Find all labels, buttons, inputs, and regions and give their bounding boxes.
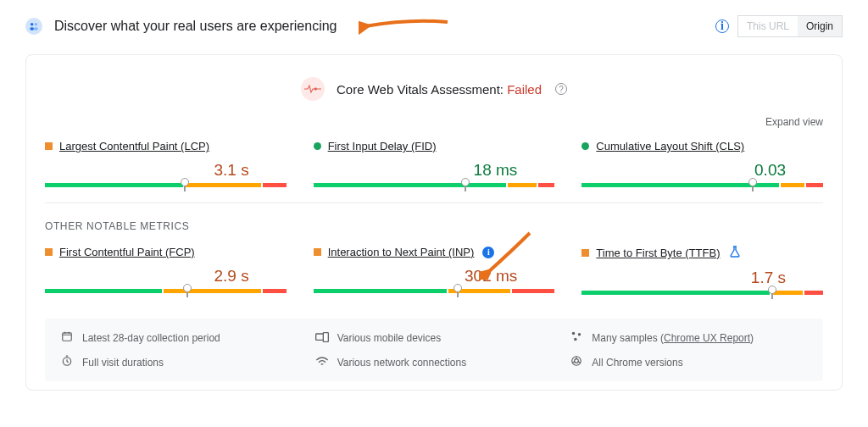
- info-badge-icon[interactable]: i: [482, 247, 494, 258]
- bar-segment-needs-improvement: [164, 289, 261, 293]
- metric-title-row: Interaction to Next Paint (INP)i: [314, 246, 555, 258]
- metric-label[interactable]: Time to First Byte (TTFB): [596, 247, 720, 259]
- network-icon: [315, 356, 329, 369]
- svg-point-0: [31, 23, 34, 26]
- metric-value: 302 ms: [314, 258, 555, 287]
- svg-point-10: [574, 338, 577, 341]
- svg-point-1: [35, 23, 38, 26]
- metric-card: Time to First Byte (TTFB)1.7 s: [581, 246, 823, 295]
- bar-segment-poor: [263, 289, 287, 293]
- metric-label[interactable]: Cumulative Layout Shift (CLS): [596, 140, 744, 152]
- other-metrics-heading: OTHER NOTABLE METRICS: [26, 203, 842, 237]
- svg-point-8: [572, 332, 576, 336]
- bar-segment-poor: [806, 183, 823, 187]
- status-warn-icon: [314, 248, 321, 256]
- bar-segment-needs-improvement: [508, 183, 537, 187]
- metric-label[interactable]: Interaction to Next Paint (INP): [328, 246, 475, 258]
- percentile-marker-icon: [461, 178, 470, 186]
- metric-card: Interaction to Next Paint (INP)i302 ms: [314, 246, 555, 295]
- scope-toggle: This URL Origin: [737, 15, 843, 37]
- status-good-icon: [314, 142, 321, 150]
- svg-rect-7: [323, 332, 328, 341]
- assessment-text: Core Web Vitals Assessment: Failed: [337, 82, 542, 97]
- bar-segment-poor: [263, 183, 287, 187]
- bar-segment-good: [45, 183, 183, 187]
- metric-title-row: Largest Contentful Paint (LCP): [45, 140, 287, 152]
- metric-card: Cumulative Layout Shift (CLS)0.03: [581, 140, 823, 187]
- distribution-bar: [314, 289, 555, 293]
- distribution-bar: [45, 183, 287, 187]
- svg-rect-5: [63, 333, 72, 341]
- device-icon: [315, 331, 329, 345]
- chrome-ux-report-link[interactable]: Chrome UX Report: [664, 332, 750, 344]
- calendar-icon: [60, 330, 74, 345]
- status-warn-icon: [45, 142, 53, 150]
- metric-title-row: Cumulative Layout Shift (CLS): [581, 140, 823, 152]
- distribution-bar: [581, 291, 823, 295]
- footer-item: All Chrome versions: [570, 355, 808, 369]
- metric-value: 18 ms: [314, 152, 555, 181]
- samples-icon: [570, 330, 583, 345]
- header-title: Discover what your real users are experi…: [54, 19, 337, 34]
- metric-value: 3.1 s: [45, 152, 287, 181]
- timer-icon: [60, 355, 74, 369]
- metric-title-row: First Contentful Paint (FCP): [45, 246, 287, 258]
- field-data-panel: Core Web Vitals Assessment: Failed ? Exp…: [25, 54, 843, 391]
- svg-point-13: [575, 359, 579, 363]
- svg-rect-3: [34, 27, 38, 30]
- status-good-icon: [581, 142, 589, 150]
- metric-card: Largest Contentful Paint (LCP)3.1 s: [45, 140, 287, 187]
- footer-text: All Chrome versions: [592, 357, 682, 369]
- metric-card: First Input Delay (FID)18 ms: [314, 140, 555, 187]
- status-warn-icon: [581, 249, 589, 257]
- distribution-bar: [314, 183, 555, 187]
- footer-item: Latest 28-day collection period: [60, 330, 298, 345]
- toggle-origin[interactable]: Origin: [798, 16, 842, 36]
- info-icon[interactable]: i: [715, 19, 729, 33]
- metric-value: 0.03: [581, 152, 823, 181]
- metric-label[interactable]: Largest Contentful Paint (LCP): [59, 140, 209, 152]
- bar-segment-good: [314, 183, 506, 187]
- svg-point-9: [578, 333, 581, 336]
- metric-label[interactable]: First Input Delay (FID): [328, 140, 437, 152]
- footer-item: Many samples (Chrome UX Report): [570, 330, 808, 345]
- header: Discover what your real users are experi…: [0, 0, 868, 46]
- data-source-footer: Latest 28-day collection periodVarious m…: [45, 319, 823, 381]
- footer-item: Various network connections: [315, 355, 554, 369]
- metric-value: 1.7 s: [581, 260, 823, 289]
- footer-text: Full visit durations: [82, 357, 164, 369]
- bar-segment-needs-improvement: [781, 183, 804, 187]
- svg-marker-4: [314, 87, 317, 91]
- expand-view-link[interactable]: Expand view: [26, 116, 842, 131]
- bar-segment-good: [314, 289, 447, 293]
- footer-text: Many samples (Chrome UX Report): [592, 332, 754, 344]
- distribution-bar: [45, 289, 287, 293]
- footer-text: Latest 28-day collection period: [82, 332, 220, 344]
- metric-value: 2.9 s: [45, 258, 287, 287]
- status-warn-icon: [45, 248, 53, 256]
- toggle-this-url[interactable]: This URL: [738, 16, 798, 36]
- metric-label[interactable]: First Contentful Paint (FCP): [59, 246, 195, 258]
- bar-segment-needs-improvement: [185, 183, 261, 187]
- users-icon: [25, 18, 42, 35]
- metric-title-row: Time to First Byte (TTFB): [581, 246, 823, 260]
- bar-segment-poor: [512, 289, 555, 293]
- experimental-flask-icon: [730, 246, 740, 260]
- metric-title-row: First Input Delay (FID): [314, 140, 555, 152]
- footer-item: Full visit durations: [60, 355, 298, 369]
- core-metrics-row: Largest Contentful Paint (LCP)3.1 sFirst…: [26, 131, 842, 202]
- bar-segment-poor: [804, 291, 823, 295]
- footer-item: Various mobile devices: [315, 330, 554, 345]
- percentile-marker-icon: [183, 284, 192, 292]
- assessment-row: Core Web Vitals Assessment: Failed ?: [26, 55, 842, 116]
- svg-rect-2: [30, 27, 34, 30]
- bar-segment-good: [45, 289, 162, 293]
- pulse-icon: [301, 77, 325, 101]
- distribution-bar: [581, 183, 823, 187]
- help-icon[interactable]: ?: [555, 83, 567, 95]
- metric-card: First Contentful Paint (FCP)2.9 s: [45, 246, 287, 295]
- bar-segment-poor: [538, 183, 555, 187]
- other-metrics-row: First Contentful Paint (FCP)2.9 sInterac…: [26, 237, 842, 310]
- chrome-icon: [570, 355, 583, 369]
- assessment-status: Failed: [507, 82, 542, 97]
